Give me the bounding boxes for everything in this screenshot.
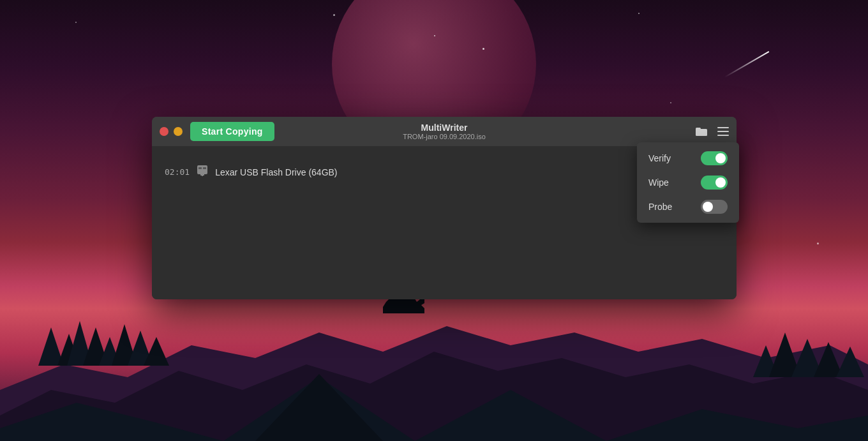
verify-toggle[interactable]	[701, 151, 728, 165]
drive-name: Lexar USB Flash Drive (64GB)	[215, 167, 337, 177]
window-controls	[160, 127, 183, 136]
star	[75, 22, 77, 23]
trees-left	[32, 289, 172, 366]
star	[333, 14, 335, 16]
folder-icon[interactable]	[696, 126, 707, 137]
verify-menu-item: Verify	[648, 151, 728, 165]
trees-right	[753, 288, 868, 377]
verify-label: Verify	[648, 153, 671, 163]
probe-label: Probe	[648, 202, 672, 212]
svg-rect-26	[197, 165, 207, 174]
probe-menu-item: Probe	[648, 200, 728, 214]
svg-rect-30	[202, 174, 203, 176]
star	[817, 243, 819, 244]
star	[670, 102, 671, 103]
wipe-menu-item: Wipe	[648, 176, 728, 190]
drive-index: 02:01	[165, 167, 190, 177]
wipe-label: Wipe	[648, 177, 669, 188]
content-area: 02:01 Lexar USB Flash Drive (64GB) Verif…	[152, 146, 737, 299]
probe-toggle-knob	[703, 202, 713, 212]
close-button[interactable]	[160, 127, 168, 136]
verify-toggle-knob	[715, 153, 726, 163]
svg-marker-20	[836, 347, 864, 377]
usb-drive-icon	[196, 164, 209, 180]
app-subtitle: TROM-jaro 09.09.2020.iso	[403, 133, 486, 140]
svg-rect-28	[203, 167, 206, 169]
minimize-button[interactable]	[174, 127, 183, 136]
titlebar-actions	[696, 126, 729, 137]
svg-rect-25	[717, 135, 729, 136]
svg-rect-23	[717, 127, 729, 128]
star	[483, 48, 484, 50]
wipe-toggle-knob	[715, 177, 726, 188]
hamburger-menu-icon[interactable]	[717, 127, 729, 136]
svg-rect-24	[717, 131, 729, 132]
window-title-area: MultiWriter TROM-jaro 09.09.2020.iso	[403, 123, 486, 141]
app-window: Start Copying MultiWriter TROM-jaro 09.0…	[152, 117, 737, 299]
start-copying-button[interactable]: Start Copying	[190, 122, 274, 141]
svg-rect-22	[696, 128, 701, 130]
star	[638, 13, 640, 14]
probe-toggle[interactable]	[701, 200, 728, 214]
star	[434, 35, 435, 36]
app-title: MultiWriter	[403, 123, 486, 133]
svg-rect-27	[198, 167, 202, 169]
popup-menu: Verify Wipe Probe	[637, 142, 739, 223]
wipe-toggle[interactable]	[701, 176, 728, 190]
